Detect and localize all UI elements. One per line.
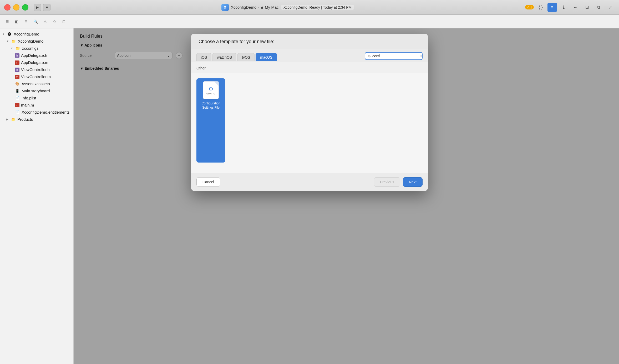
close-button[interactable]: [4, 4, 11, 11]
m-file-icon: m: [15, 103, 19, 107]
tab-tvos[interactable]: tvOS: [237, 53, 255, 61]
project-icon: 🅐: [7, 32, 12, 36]
search-area: ⊙ ✕: [278, 52, 423, 62]
m-file-icon: m: [15, 60, 19, 65]
plist-icon: 📄: [15, 96, 20, 100]
sidebar-item-main-storyboard[interactable]: 📱 Main.storyboard: [0, 87, 73, 94]
sidebar-item-label: ViewController.h: [21, 67, 50, 72]
h-file-icon: h: [15, 53, 19, 58]
sidebar-item-viewcontroller-m[interactable]: m ViewController.m: [0, 73, 73, 80]
titlebar: ▶ ■ X XcconfigDemo › 🖥 My Mac XcconfigDe…: [0, 0, 619, 15]
cancel-button[interactable]: Cancel: [196, 177, 220, 187]
sidebar-item-label: xcconfigs: [22, 46, 39, 50]
dialog-title: Choose a template for your new file:: [199, 39, 420, 44]
navigator-icon[interactable]: ◧: [13, 18, 21, 26]
arrow-icon: ▶: [6, 118, 8, 121]
clear-search-icon[interactable]: ✕: [420, 54, 423, 58]
sidebar-item-xcconfigdemo-group[interactable]: ▼ 📁 XcconfigDemo: [0, 38, 73, 45]
h-file-icon: h: [15, 68, 19, 72]
main-layout: ▼ 🅐 XcconfigDemo ▼ 📁 XcconfigDemo ▼ 📁 xc…: [0, 28, 619, 364]
hierarchy-icon[interactable]: ⊞: [22, 18, 30, 26]
status-text: XcconfigDemo: Ready | Today at 2:34 PM: [281, 5, 354, 10]
breadcrumb-separator: ›: [257, 5, 259, 9]
sidebar-item-main-m[interactable]: m main.m: [0, 102, 73, 109]
nav-back-icon[interactable]: ←: [571, 3, 580, 12]
minimize-button[interactable]: [13, 4, 19, 11]
tab-ios[interactable]: iOS: [196, 53, 211, 61]
gear-icon: ⚙: [209, 86, 213, 92]
sidebar-item-label: XcconfigDemo.entitlements: [22, 110, 70, 114]
titlebar-right: ⚠ 1 { } ≡ ℹ ← ⊡ ⧉ ⤢: [525, 3, 615, 12]
warning-toolbar-icon[interactable]: ⚠: [41, 18, 49, 26]
folder-icon: 📁: [11, 117, 16, 122]
fullscreen-icon[interactable]: ⤢: [605, 3, 615, 12]
sidebar-item-label: XcconfigDemo: [14, 32, 39, 36]
arrow-icon: ▼: [11, 47, 13, 50]
sidebar-item-info-plist[interactable]: 📄 Info.plist: [0, 94, 73, 102]
sidebar-item-xcconfigs[interactable]: ▼ 📁 xcconfigs: [0, 45, 73, 52]
storyboard-icon: 📱: [15, 89, 20, 93]
list-view-icon[interactable]: ≡: [547, 3, 557, 12]
titlebar-center: X XcconfigDemo › 🖥 My Mac XcconfigDemo: …: [54, 4, 522, 11]
dialog-header: Choose a template for your new file:: [191, 34, 428, 49]
previous-button[interactable]: Previous: [374, 177, 400, 187]
inspect-icon[interactable]: ℹ: [559, 3, 569, 12]
sidebar-item-products[interactable]: ▶ 📁 Products: [0, 116, 73, 123]
sidebar-item-label: Products: [17, 117, 33, 122]
sidebar-item-label: XcconfigDemo: [18, 39, 44, 43]
sidebar-item-label: main.m: [21, 103, 34, 107]
entitlements-icon: 📄: [15, 110, 20, 114]
split-view-icon[interactable]: ⊡: [582, 3, 592, 12]
grid-icon[interactable]: ⊡: [60, 18, 68, 26]
search-input[interactable]: [372, 54, 418, 58]
section-other-label: Other: [191, 62, 428, 73]
maximize-button[interactable]: [22, 4, 28, 11]
sidebar-item-label: Info.plist: [22, 96, 36, 100]
sidebar-item-label: AppDelegate.m: [21, 60, 48, 65]
sidebar: ▼ 🅐 XcconfigDemo ▼ 📁 XcconfigDemo ▼ 📁 xc…: [0, 28, 74, 364]
sidebar-item-viewcontroller-h[interactable]: h ViewController.h: [0, 66, 73, 73]
sidebar-item-label: AppDelegate.h: [21, 53, 47, 58]
config-file-icon: ⚙ CONFIG: [203, 81, 219, 99]
sidebar-item-assets[interactable]: 🎨 Assets.xcassets: [0, 80, 73, 87]
modal-overlay: Choose a template for your new file: iOS…: [74, 28, 619, 364]
play-button[interactable]: ▶: [34, 4, 41, 11]
layout-icon[interactable]: ⧉: [594, 3, 603, 12]
breadcrumb-app[interactable]: XcconfigDemo: [231, 5, 257, 9]
sidebar-item-appdelegate-h[interactable]: h AppDelegate.h: [0, 52, 73, 59]
assets-icon: 🎨: [15, 82, 20, 86]
toolbar: ☰ ◧ ⊞ 🔍 ⚠ ☆ ⊡: [0, 15, 619, 28]
sidebar-item-entitlements[interactable]: 📄 XcconfigDemo.entitlements: [0, 109, 73, 116]
sidebar-item-label: ViewController.m: [21, 74, 51, 79]
template-icon-wrapper: ⚙ CONFIG: [202, 81, 220, 99]
sidebar-item-label: Main.storyboard: [22, 89, 50, 93]
new-file-dialog: Choose a template for your new file: iOS…: [191, 34, 428, 191]
search-box: ⊙ ✕: [365, 52, 423, 60]
template-name-label: Configuration Settings File: [199, 102, 223, 110]
content-area: Build Rules ▼ App Icons Source AppIcon ⌄…: [74, 28, 619, 364]
warning-badge[interactable]: ⚠ 1: [525, 5, 534, 9]
folder-icon: 📁: [11, 39, 16, 43]
arrow-icon: ▼: [2, 33, 5, 36]
traffic-lights: [4, 4, 28, 11]
search-toolbar-icon[interactable]: 🔍: [32, 18, 39, 26]
folder-icon: 📁: [15, 46, 21, 50]
footer-right: Previous Next: [374, 177, 423, 187]
tabs-row: iOS watchOS tvOS macOS ⊙ ✕: [191, 49, 428, 62]
sidebar-toggle-icon[interactable]: ☰: [3, 18, 11, 26]
next-button[interactable]: Next: [403, 177, 423, 187]
code-icon[interactable]: { }: [536, 3, 545, 12]
tab-macos[interactable]: macOS: [256, 53, 277, 61]
arrow-icon: ▼: [6, 40, 9, 43]
search-icon: ⊙: [368, 54, 371, 58]
templates-grid: ⚙ CONFIG Configuration Settings File: [191, 73, 428, 168]
tab-watchos[interactable]: watchOS: [212, 53, 236, 61]
breadcrumb-machine-label: My Mac: [265, 5, 279, 9]
template-configuration-settings[interactable]: ⚙ CONFIG Configuration Settings File: [196, 78, 225, 163]
bookmark-icon[interactable]: ☆: [50, 18, 58, 26]
dialog-content: Other ⚙ CONFIG Configuration Settings Fi…: [191, 62, 428, 173]
playback-controls: ▶ ■: [34, 4, 50, 11]
sidebar-item-xcconfigdemo-root[interactable]: ▼ 🅐 XcconfigDemo: [0, 31, 73, 38]
stop-button[interactable]: ■: [43, 4, 50, 11]
sidebar-item-appdelegate-m[interactable]: m AppDelegate.m: [0, 59, 73, 66]
